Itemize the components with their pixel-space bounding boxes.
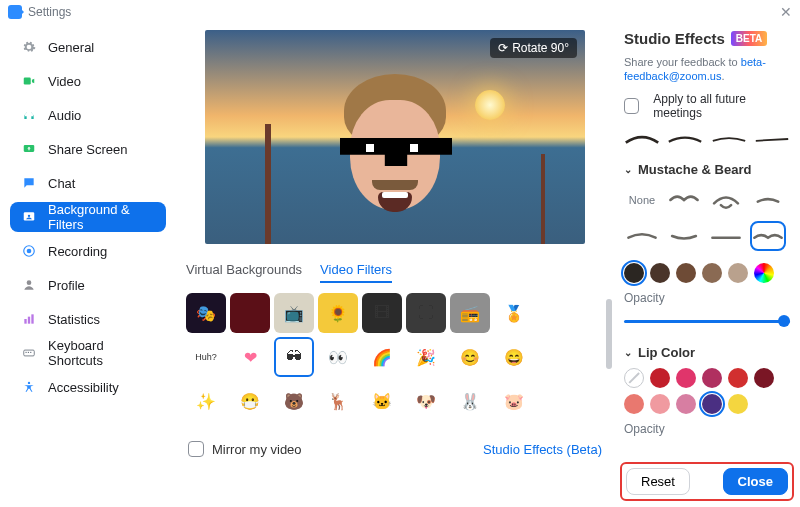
mustache-none[interactable]: None — [624, 185, 660, 215]
eyebrow-option[interactable] — [754, 132, 790, 146]
lip-color-swatch[interactable] — [676, 368, 696, 388]
chevron-down-icon: ⌄ — [624, 164, 632, 175]
sidebar-item-accessibility[interactable]: Accessibility — [10, 372, 166, 402]
filter-grin[interactable]: 😄 — [494, 337, 534, 377]
filter-heart[interactable]: ❤ — [230, 337, 270, 377]
filter-bear[interactable]: 🐻 — [274, 381, 314, 421]
sidebar-item-gear[interactable]: General — [10, 32, 166, 62]
svg-rect-9 — [31, 314, 33, 323]
filter-mask[interactable]: 😷 — [230, 381, 270, 421]
sidebar-item-stats[interactable]: Statistics — [10, 304, 166, 334]
svg-rect-7 — [24, 319, 26, 324]
sidebar-item-label: Statistics — [48, 312, 100, 327]
apply-all-checkbox[interactable]: Apply to all future meetings — [624, 92, 790, 120]
color-swatch[interactable] — [650, 263, 670, 283]
mustache-option-1[interactable] — [666, 185, 702, 215]
gear-icon — [20, 38, 38, 56]
color-picker-icon[interactable] — [754, 263, 774, 283]
filter-deer[interactable]: 🦌 — [318, 381, 358, 421]
sidebar-item-audio[interactable]: Audio — [10, 100, 166, 130]
tab-virtual-backgrounds[interactable]: Virtual Backgrounds — [186, 262, 302, 283]
filter-deal-glasses[interactable]: 🕶 — [274, 337, 314, 377]
filter-cat[interactable]: 🐱 — [362, 381, 402, 421]
lip-color-swatch[interactable] — [728, 368, 748, 388]
sidebar-item-share[interactable]: Share Screen — [10, 134, 166, 164]
panel-title: Studio Effects BETA — [624, 30, 790, 47]
filter-huh[interactable]: Huh? — [186, 337, 226, 377]
filters-grid: 🎭📺🌻🎞⛶📻🏅Huh?❤🕶👀🌈🎉😊😄✨😷🐻🦌🐱🐶🐰🐷 — [184, 291, 606, 423]
window-close-icon[interactable]: ✕ — [780, 4, 792, 20]
tab-video-filters[interactable]: Video Filters — [320, 262, 392, 283]
filter-theater[interactable]: 🎭 — [186, 293, 226, 333]
sidebar-item-label: Recording — [48, 244, 107, 259]
mustache-option-3[interactable] — [750, 185, 786, 215]
lip-color-swatch[interactable] — [702, 394, 722, 414]
color-swatch[interactable] — [728, 263, 748, 283]
filter-rainbow[interactable]: 🌈 — [362, 337, 402, 377]
mustache-opacity-slider[interactable] — [624, 313, 790, 329]
filter-empty2[interactable] — [538, 337, 578, 377]
studio-effects-panel: Studio Effects BETA Share your feedback … — [614, 24, 800, 507]
mirror-label: Mirror my video — [212, 442, 302, 457]
lip-color-swatch[interactable] — [676, 394, 696, 414]
keyboard-icon — [20, 344, 38, 362]
filter-empty1[interactable] — [538, 293, 578, 333]
filter-tv[interactable]: 📺 — [274, 293, 314, 333]
color-swatch[interactable] — [624, 263, 644, 283]
lip-color-swatch[interactable] — [650, 394, 670, 414]
svg-point-6 — [27, 280, 32, 285]
scrollbar[interactable] — [606, 291, 612, 423]
filter-dog[interactable]: 🐶 — [406, 381, 446, 421]
lip-color-swatch[interactable] — [754, 368, 774, 388]
section-lip-color[interactable]: ⌄ Lip Color — [624, 345, 790, 360]
filter-curtain[interactable] — [230, 293, 270, 333]
close-button[interactable]: Close — [723, 468, 788, 495]
studio-effects-link[interactable]: Studio Effects (Beta) — [483, 442, 602, 457]
eyebrow-option[interactable] — [624, 132, 660, 146]
mustache-grid: None — [624, 185, 790, 251]
sidebar-item-profile[interactable]: Profile — [10, 270, 166, 300]
filter-microwave[interactable]: 📻 — [450, 293, 490, 333]
chevron-down-icon: ⌄ — [624, 347, 632, 358]
filter-sunflower[interactable]: 🌻 — [318, 293, 358, 333]
lip-color-swatch[interactable] — [728, 394, 748, 414]
reset-button[interactable]: Reset — [626, 468, 690, 495]
color-swatch[interactable] — [702, 263, 722, 283]
filter-film[interactable]: 🎞 — [362, 293, 402, 333]
svg-rect-8 — [28, 317, 30, 324]
filter-party[interactable]: 🎉 — [406, 337, 446, 377]
background-icon — [20, 208, 38, 226]
filter-rabbit[interactable]: 🐰 — [450, 381, 490, 421]
sidebar-item-label: Profile — [48, 278, 85, 293]
sidebar-item-video[interactable]: Video — [10, 66, 166, 96]
filter-ribbon[interactable]: 🏅 — [494, 293, 534, 333]
color-swatch[interactable] — [676, 263, 696, 283]
sidebar-item-background[interactable]: Background & Filters — [10, 202, 166, 232]
lip-color-swatch[interactable] — [702, 368, 722, 388]
svg-rect-0 — [24, 78, 31, 85]
mustache-option-4[interactable] — [624, 221, 660, 251]
eyebrow-option[interactable] — [667, 132, 703, 146]
filter-focus[interactable]: ⛶ — [406, 293, 446, 333]
filter-empty3[interactable] — [538, 381, 578, 421]
mustache-option-7[interactable] — [750, 221, 786, 251]
mustache-option-5[interactable] — [666, 221, 702, 251]
filter-eyes[interactable]: 👀 — [318, 337, 358, 377]
stats-icon — [20, 310, 38, 328]
filter-stars[interactable]: ✨ — [186, 381, 226, 421]
filter-pig[interactable]: 🐷 — [494, 381, 534, 421]
eyebrow-option[interactable] — [711, 132, 747, 146]
section-mustache-beard[interactable]: ⌄ Mustache & Beard — [624, 162, 790, 177]
sidebar-item-chat[interactable]: Chat — [10, 168, 166, 198]
filter-smile[interactable]: 😊 — [450, 337, 490, 377]
sidebar-item-record[interactable]: Recording — [10, 236, 166, 266]
lip-color-swatch[interactable] — [650, 368, 670, 388]
opacity-label: Opacity — [624, 422, 790, 436]
sidebar-item-keyboard[interactable]: Keyboard Shortcuts — [10, 338, 166, 368]
lip-none-icon[interactable] — [624, 368, 644, 388]
mirror-video-checkbox[interactable]: Mirror my video — [188, 441, 302, 457]
mustache-option-2[interactable] — [708, 185, 744, 215]
mustache-option-6[interactable] — [708, 221, 744, 251]
lip-color-swatch[interactable] — [624, 394, 644, 414]
rotate-button[interactable]: ⟳ Rotate 90° — [490, 38, 577, 58]
